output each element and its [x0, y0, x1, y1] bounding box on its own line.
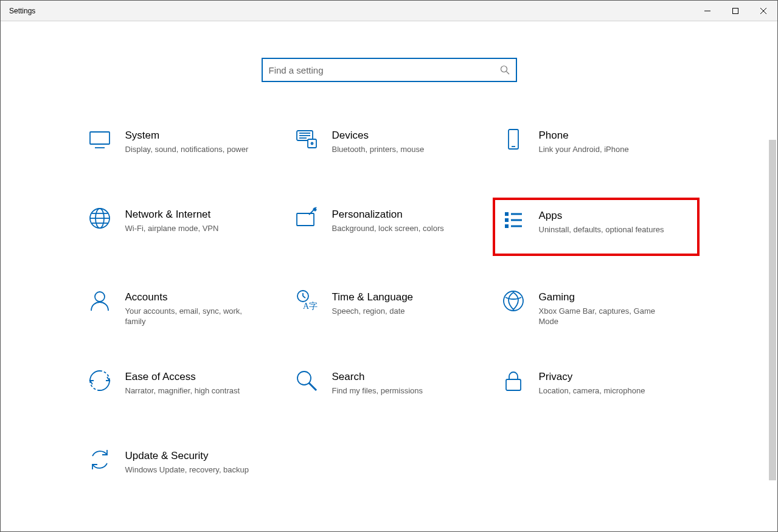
privacy-icon — [501, 368, 526, 393]
content-area: System Display, sound, notifications, po… — [1, 21, 777, 531]
search-container — [1, 58, 777, 82]
tile-title: System — [125, 130, 249, 142]
tile-desc: Link your Android, iPhone — [539, 144, 629, 155]
tile-desc: Uninstall, defaults, optional features — [539, 224, 664, 235]
svg-line-32 — [303, 296, 305, 298]
tile-network[interactable]: Network & Internet Wi-Fi, airplane mode,… — [85, 204, 280, 250]
minimize-button[interactable] — [693, 1, 721, 21]
ease-of-access-icon — [88, 368, 112, 393]
svg-rect-23 — [505, 212, 509, 216]
time-language-icon: A字 — [294, 289, 319, 313]
svg-rect-12 — [308, 139, 316, 148]
tile-gaming[interactable]: Gaming Xbox Game Bar, captures, Game Mod… — [499, 286, 693, 330]
tile-title: Devices — [332, 130, 425, 142]
personalization-icon — [294, 206, 319, 230]
devices-icon — [294, 127, 319, 151]
tile-desc: Windows Update, recovery, backup — [125, 465, 249, 475]
window-controls — [693, 1, 777, 21]
gaming-icon — [501, 289, 526, 313]
network-icon — [88, 206, 112, 230]
settings-grid: System Display, sound, notifications, po… — [85, 125, 693, 488]
maximize-icon — [732, 8, 738, 14]
tile-phone[interactable]: Phone Link your Android, iPhone — [499, 125, 693, 167]
minimize-icon — [704, 8, 710, 14]
tile-time-language[interactable]: A字 Time & Language Speech, region, date — [292, 286, 487, 330]
svg-point-34 — [504, 291, 523, 311]
tile-title: Gaming — [539, 291, 667, 303]
titlebar: Settings — [1, 1, 777, 21]
tile-title: Privacy — [539, 371, 645, 383]
tile-desc: Find my files, permissions — [332, 385, 423, 396]
tile-desc: Speech, region, date — [332, 306, 414, 317]
tile-desc: Display, sound, notifications, power — [125, 144, 249, 155]
close-icon — [760, 8, 766, 14]
tile-title: Apps — [539, 210, 664, 222]
search-box[interactable] — [262, 58, 517, 82]
tile-title: Personalization — [332, 209, 444, 221]
close-button[interactable] — [749, 1, 777, 21]
svg-line-36 — [309, 383, 316, 390]
search-tile-icon — [294, 368, 319, 393]
maximize-button[interactable] — [721, 1, 749, 21]
scrollbar[interactable] — [768, 24, 777, 531]
tile-update-security[interactable]: Update & Security Windows Update, recove… — [85, 445, 280, 488]
svg-point-29 — [95, 292, 105, 302]
tile-title: Network & Internet — [125, 209, 219, 221]
svg-rect-25 — [505, 218, 509, 222]
scrollbar-thumb[interactable] — [769, 140, 776, 480]
svg-rect-37 — [506, 379, 521, 390]
tile-desc: Xbox Game Bar, captures, Game Mode — [539, 306, 667, 327]
accounts-icon — [88, 289, 112, 313]
tile-system[interactable]: System Display, sound, notifications, po… — [85, 125, 280, 167]
tile-ease-of-access[interactable]: Ease of Access Narrator, magnifier, high… — [85, 366, 280, 409]
svg-rect-1 — [733, 8, 738, 13]
tile-apps[interactable]: Apps Uninstall, defaults, optional featu… — [499, 204, 693, 250]
tile-title: Update & Security — [125, 450, 249, 462]
tile-desc: Narrator, magnifier, high contrast — [125, 385, 240, 396]
svg-text:A字: A字 — [303, 302, 318, 311]
search-input[interactable] — [269, 65, 500, 75]
tile-title: Ease of Access — [125, 371, 240, 383]
tile-title: Phone — [539, 130, 629, 142]
tile-title: Time & Language — [332, 291, 414, 303]
svg-point-35 — [297, 371, 311, 385]
tile-personalization[interactable]: Personalization Background, lock screen,… — [292, 204, 487, 250]
tile-desc: Your accounts, email, sync, work, family — [125, 306, 253, 327]
svg-line-5 — [506, 72, 509, 75]
tile-title: Search — [332, 371, 423, 383]
update-security-icon — [88, 447, 112, 472]
tile-title: Accounts — [125, 291, 253, 303]
window-title: Settings — [9, 7, 35, 15]
tile-desc: Background, lock screen, colors — [332, 223, 444, 234]
apps-icon — [501, 207, 526, 232]
search-icon — [500, 65, 510, 75]
svg-rect-6 — [90, 132, 109, 144]
tile-accounts[interactable]: Accounts Your accounts, email, sync, wor… — [85, 286, 280, 330]
tile-desc: Bluetooth, printers, mouse — [332, 144, 425, 155]
svg-point-4 — [501, 66, 507, 72]
phone-icon — [501, 127, 526, 151]
tile-devices[interactable]: Devices Bluetooth, printers, mouse — [292, 125, 487, 167]
tile-desc: Wi-Fi, airplane mode, VPN — [125, 223, 219, 234]
svg-rect-27 — [505, 224, 509, 228]
svg-rect-21 — [297, 213, 314, 226]
tile-search[interactable]: Search Find my files, permissions — [292, 366, 487, 409]
system-icon — [88, 127, 112, 151]
tile-privacy[interactable]: Privacy Location, camera, microphone — [499, 366, 693, 409]
tile-desc: Location, camera, microphone — [539, 385, 645, 396]
